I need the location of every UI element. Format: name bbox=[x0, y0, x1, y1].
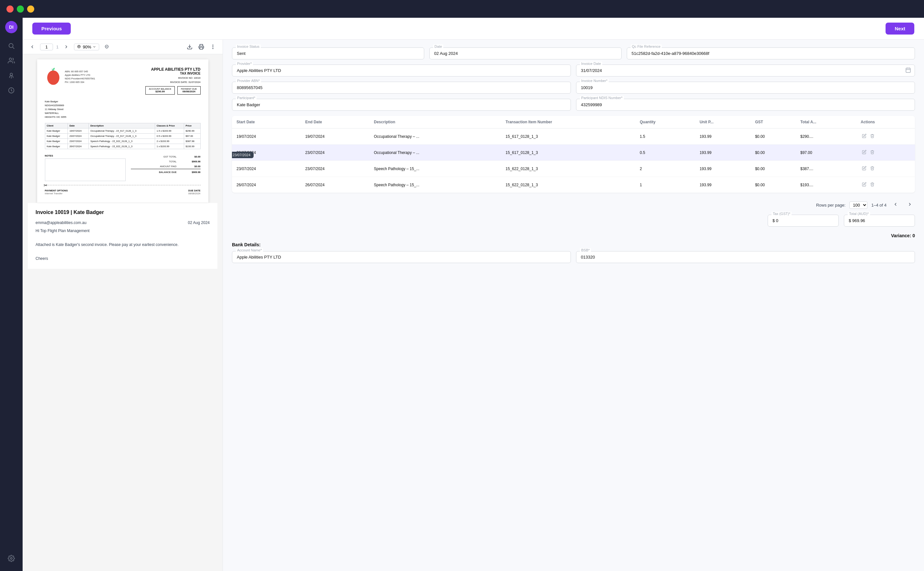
main-split: 1 90% bbox=[23, 40, 924, 571]
col-unit-price: Unit P... bbox=[695, 116, 751, 128]
table-row: 19/07/2024 19/07/2024 Occupational Thera… bbox=[232, 128, 915, 145]
sidebar-item-participant[interactable] bbox=[5, 69, 17, 82]
pdf-more-button[interactable] bbox=[208, 42, 217, 51]
account-name-group: Account Name* bbox=[232, 251, 571, 263]
pdf-download-button[interactable] bbox=[185, 42, 194, 51]
pdf-prev-page-button[interactable] bbox=[28, 42, 37, 51]
total-aud-input[interactable] bbox=[844, 215, 915, 227]
pdf-panel: 1 90% bbox=[23, 40, 223, 571]
edit-row-button[interactable] bbox=[861, 165, 868, 173]
invoice-number-label: Invoice Number* bbox=[580, 79, 609, 83]
scissors-divider: ✂ bbox=[45, 185, 201, 185]
form-row-3: Provider ABN* Invoice Number* bbox=[232, 82, 915, 94]
pdf-page: ABN: 80 895 657 045 Apple Abilities PTY … bbox=[37, 59, 208, 203]
pdf-page-input[interactable] bbox=[40, 43, 53, 50]
avatar[interactable]: DI bbox=[5, 21, 17, 33]
table-row: Kate Badger 26/07/2024 Speech Pathology … bbox=[45, 144, 200, 149]
participant-input[interactable] bbox=[232, 99, 571, 111]
invoice-header: ABN: 80 895 657 045 Apple Abilities PTY … bbox=[45, 67, 201, 94]
table-row: 23/07/2024 23/07/2024 Occupational Thera… bbox=[232, 145, 915, 161]
col-description: Description bbox=[369, 116, 501, 128]
zoom-control[interactable]: 90% bbox=[74, 43, 99, 50]
delete-row-button[interactable] bbox=[869, 148, 876, 157]
delete-row-button[interactable] bbox=[869, 181, 876, 189]
pagination-prev-button[interactable] bbox=[890, 201, 901, 210]
invoice-info-panel: Invoice Status Date Qc File Reference bbox=[223, 40, 924, 571]
invoice-status-input[interactable] bbox=[232, 48, 424, 59]
zoom-dot[interactable] bbox=[27, 6, 34, 12]
invoice-date-group: Invoice Date bbox=[576, 65, 915, 77]
bsb-label: BSB* bbox=[580, 248, 591, 252]
next-button[interactable]: Next bbox=[885, 23, 914, 34]
rows-per-page-select[interactable]: 100 50 25 bbox=[850, 201, 867, 209]
col-item-number: Transaction Item Number bbox=[501, 116, 635, 128]
invoice-number-input[interactable] bbox=[576, 82, 915, 94]
provider-label: Provider* bbox=[236, 62, 253, 66]
email-section: Invoice 10019 | Kate Badger emma@appleab… bbox=[28, 203, 217, 269]
col-start-date: Start Date bbox=[232, 116, 301, 128]
sidebar-item-finance[interactable] bbox=[5, 84, 17, 97]
invoice-date-input[interactable] bbox=[576, 65, 915, 77]
provider-input[interactable] bbox=[232, 65, 571, 77]
svg-point-16 bbox=[213, 48, 213, 49]
account-name-input[interactable] bbox=[232, 251, 571, 263]
sidebar-item-users[interactable] bbox=[5, 54, 17, 67]
svg-point-2 bbox=[9, 58, 12, 60]
top-nav: Previous Next bbox=[23, 18, 924, 40]
delete-row-button[interactable] bbox=[869, 132, 876, 140]
variance-row: Variance: 0 bbox=[232, 232, 915, 239]
form-row-2: Provider* Invoice Date bbox=[232, 65, 915, 77]
zoom-level: 90% bbox=[83, 45, 91, 49]
notes-box bbox=[45, 159, 126, 181]
minimize-dot[interactable] bbox=[17, 6, 24, 12]
total-aud-group: Total (AUD)* bbox=[844, 215, 915, 227]
pagination-info: 1–4 of 4 bbox=[871, 203, 887, 208]
provider-group: Provider* bbox=[232, 65, 571, 77]
participant-ndis-input[interactable] bbox=[576, 99, 915, 111]
table-row: Kate Badger 19/07/2024 Occupational Ther… bbox=[45, 128, 200, 134]
participant-label: Participant* bbox=[236, 96, 257, 100]
app-container: DI Previous Next bbox=[0, 18, 924, 571]
invoice-totals: GST TOTAL $0.00 TOTAL $969.96 AMOUNT PAI… bbox=[131, 154, 201, 174]
edit-row-button[interactable] bbox=[861, 181, 868, 189]
email-body: Hi Top Flight Plan Management Attached i… bbox=[36, 228, 210, 262]
pdf-print-button[interactable] bbox=[197, 42, 206, 51]
svg-rect-18 bbox=[906, 68, 910, 73]
provider-abn-input[interactable] bbox=[232, 82, 571, 94]
svg-point-14 bbox=[213, 45, 213, 46]
date-tooltip: 23/07/2024 bbox=[232, 152, 254, 158]
edit-row-button[interactable] bbox=[861, 148, 868, 157]
tax-total-row: Tax (GST)* Total (AUD)* bbox=[232, 215, 915, 227]
invoice-line-items-table: Client Date Description Classes & Price … bbox=[45, 123, 201, 149]
edit-row-button[interactable] bbox=[861, 132, 868, 140]
invoice-title: APPLE ABILITIES PTY LTD TAX INVOICE INVO… bbox=[145, 67, 201, 94]
line-items-table: Start Date End Date Description Transact… bbox=[232, 116, 915, 193]
participant-ndis-label: Participant NDIS Number* bbox=[580, 96, 624, 100]
form-row-4: Participant* Participant NDIS Number* bbox=[232, 99, 915, 111]
sidebar-item-settings[interactable] bbox=[5, 552, 17, 565]
svg-point-15 bbox=[213, 46, 213, 47]
pdf-content[interactable]: ABN: 80 895 657 045 Apple Abilities PTY … bbox=[23, 54, 223, 571]
date-label: Date bbox=[433, 45, 443, 48]
invoice-number-group: Invoice Number* bbox=[576, 82, 915, 94]
tax-gst-input[interactable] bbox=[768, 215, 839, 227]
svg-point-6 bbox=[10, 557, 12, 559]
close-dot[interactable] bbox=[6, 6, 14, 12]
delete-row-button[interactable] bbox=[869, 165, 876, 173]
previous-button[interactable]: Previous bbox=[32, 23, 71, 34]
date-input[interactable] bbox=[429, 48, 622, 59]
zoom-out-button[interactable] bbox=[102, 42, 111, 51]
company-info: ABN: 80 895 657 045 Apple Abilities PTY … bbox=[65, 70, 95, 84]
qc-ref-input[interactable] bbox=[627, 48, 915, 59]
sidebar-item-search[interactable] bbox=[5, 40, 17, 52]
pagination-next-button[interactable] bbox=[905, 201, 915, 210]
bsb-input[interactable] bbox=[576, 251, 915, 263]
pagination: Rows per page: 100 50 25 1–4 of 4 bbox=[232, 198, 915, 215]
payment-due-box: PAYMENT DUE 08/08/2024 bbox=[177, 86, 200, 94]
svg-rect-13 bbox=[200, 48, 203, 49]
account-name-label: Account Name* bbox=[236, 248, 263, 252]
pdf-next-page-button[interactable] bbox=[62, 42, 71, 51]
col-total: Total A... bbox=[796, 116, 856, 128]
form-row-1: Invoice Status Date Qc File Reference bbox=[232, 48, 915, 59]
col-quantity: Quantity bbox=[635, 116, 695, 128]
